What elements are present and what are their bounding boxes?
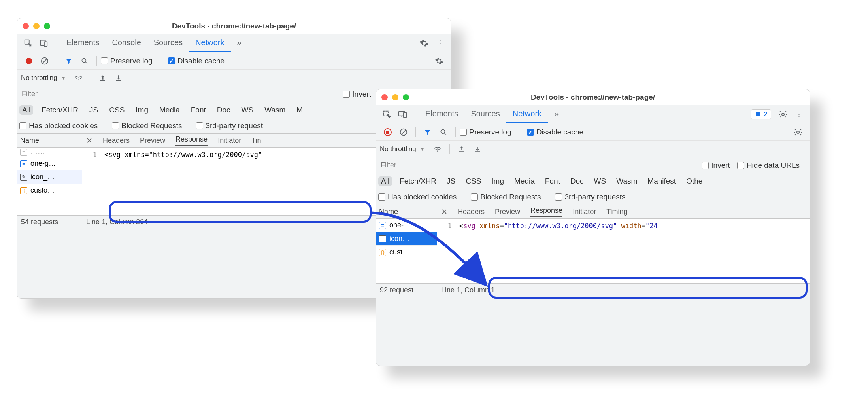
blocked-requests-checkbox[interactable]: Blocked Requests [471, 193, 541, 201]
detail-tab-initiator[interactable]: Initiator [218, 136, 241, 145]
throttling-dropdown[interactable]: No throttling ▼ [380, 145, 425, 153]
minimize-window-button[interactable] [392, 94, 398, 100]
maximize-window-button[interactable] [403, 94, 409, 100]
clear-icon[interactable] [39, 55, 51, 67]
detail-tab-timing[interactable]: Timing [606, 208, 627, 216]
type-manifest[interactable]: Manifest [645, 176, 679, 186]
issues-badge[interactable]: 2 [751, 109, 771, 119]
code-line[interactable]: <svg xmlns="http://www.w3.org/2000/svg" [101, 148, 265, 203]
disable-cache-checkbox[interactable]: Disable cache [527, 128, 583, 136]
code-line[interactable]: <svg xmlns="http://www.w3.org/2000/svg" … [456, 219, 661, 274]
type-more[interactable]: M [294, 105, 306, 115]
disable-cache-checkbox[interactable]: Disable cache [168, 57, 225, 65]
close-icon[interactable]: ✕ [441, 207, 447, 216]
request-row[interactable]: ≡one-g… [17, 157, 82, 170]
request-row[interactable]: ≡…… [17, 148, 82, 157]
type-other[interactable]: Othe [683, 176, 705, 186]
hide-data-urls-checkbox[interactable]: Hide data URLs [737, 161, 800, 170]
settings-gear-icon[interactable] [792, 126, 804, 138]
close-window-button[interactable] [381, 94, 388, 100]
tab-console[interactable]: Console [106, 34, 147, 52]
type-fetch[interactable]: Fetch/XHR [39, 105, 81, 115]
type-js[interactable]: JS [444, 176, 458, 186]
download-icon[interactable] [113, 72, 125, 84]
type-doc[interactable]: Doc [568, 176, 587, 186]
blocked-requests-checkbox[interactable]: Blocked Requests [112, 121, 182, 130]
detail-tab-headers[interactable]: Headers [458, 208, 485, 216]
record-button[interactable] [23, 55, 35, 67]
throttling-dropdown[interactable]: No throttling ▼ [21, 74, 66, 82]
inspect-icon[interactable] [22, 37, 34, 49]
device-toggle-icon[interactable] [38, 37, 50, 49]
kebab-menu-icon[interactable]: ⋮ [793, 108, 805, 120]
request-row[interactable]: {}custo… [17, 184, 82, 197]
type-fetch[interactable]: Fetch/XHR [397, 176, 439, 186]
tabs-overflow-icon[interactable]: » [231, 34, 248, 52]
tab-sources[interactable]: Sources [147, 34, 189, 52]
request-row[interactable]: ✎icon_… [17, 170, 82, 184]
request-row[interactable]: {}cust… [376, 246, 437, 259]
detail-tab-response[interactable]: Response [530, 206, 562, 217]
invert-checkbox[interactable]: Invert [343, 90, 371, 98]
clear-icon[interactable] [398, 126, 409, 138]
close-icon[interactable]: ✕ [86, 136, 92, 145]
search-icon[interactable] [438, 126, 449, 138]
type-ws[interactable]: WS [239, 105, 257, 115]
type-ws[interactable]: WS [591, 176, 609, 186]
type-doc[interactable]: Doc [214, 105, 233, 115]
type-img[interactable]: Img [133, 105, 151, 115]
settings-gear-icon[interactable] [777, 108, 789, 120]
tab-elements[interactable]: Elements [419, 105, 464, 123]
third-party-checkbox[interactable]: 3rd-party request [196, 121, 263, 130]
tab-network[interactable]: Network [506, 105, 548, 123]
close-window-button[interactable] [23, 23, 29, 29]
type-css[interactable]: CSS [463, 176, 484, 186]
detail-tab-headers[interactable]: Headers [103, 136, 130, 145]
preserve-log-checkbox[interactable]: Preserve log [460, 128, 511, 136]
upload-icon[interactable] [456, 143, 468, 155]
type-js[interactable]: JS [87, 105, 101, 115]
settings-gear-icon[interactable] [418, 37, 430, 49]
upload-icon[interactable] [97, 72, 109, 84]
search-icon[interactable] [79, 55, 91, 67]
tabs-overflow-icon[interactable]: » [548, 105, 565, 123]
type-font[interactable]: Font [542, 176, 563, 186]
response-code[interactable]: 1 <svg xmlns="http://www.w3.org/2000/svg… [437, 219, 810, 274]
detail-tab-timing[interactable]: Tin [251, 136, 261, 145]
preserve-log-checkbox[interactable]: Preserve log [101, 57, 153, 65]
tab-sources[interactable]: Sources [464, 105, 506, 123]
inspect-icon[interactable] [381, 108, 393, 120]
detail-tab-initiator[interactable]: Initiator [573, 208, 596, 216]
blocked-cookies-checkbox[interactable]: Has blocked cookies [378, 193, 457, 201]
name-column-header[interactable]: Name [376, 205, 437, 219]
tab-elements[interactable]: Elements [60, 34, 106, 52]
wifi-icon[interactable] [432, 143, 443, 155]
type-img[interactable]: Img [489, 176, 507, 186]
invert-checkbox[interactable]: Invert [702, 161, 730, 170]
filter-icon[interactable] [63, 55, 75, 67]
request-row[interactable]: ≡one-… [376, 219, 437, 232]
type-css[interactable]: CSS [106, 105, 127, 115]
filter-input[interactable] [379, 160, 494, 170]
blocked-cookies-checkbox[interactable]: Has blocked cookies [19, 121, 98, 130]
filter-icon[interactable] [422, 126, 434, 138]
type-font[interactable]: Font [188, 105, 209, 115]
tab-network[interactable]: Network [189, 34, 230, 52]
type-all[interactable]: All [19, 105, 33, 115]
download-icon[interactable] [472, 143, 483, 155]
wifi-icon[interactable] [73, 72, 85, 84]
type-media[interactable]: Media [157, 105, 183, 115]
type-wasm[interactable]: Wasm [262, 105, 288, 115]
filter-input[interactable] [20, 89, 135, 99]
type-all[interactable]: All [378, 176, 392, 186]
settings-gear-icon[interactable] [433, 55, 445, 67]
request-row[interactable]: ✎icon… [376, 232, 437, 246]
type-media[interactable]: Media [511, 176, 538, 186]
kebab-menu-icon[interactable]: ⋮ [434, 37, 446, 49]
minimize-window-button[interactable] [33, 23, 40, 29]
name-column-header[interactable]: Name [17, 134, 82, 148]
maximize-window-button[interactable] [44, 23, 50, 29]
detail-tab-response[interactable]: Response [175, 135, 208, 146]
detail-tab-preview[interactable]: Preview [140, 136, 165, 145]
device-toggle-icon[interactable] [397, 108, 409, 120]
